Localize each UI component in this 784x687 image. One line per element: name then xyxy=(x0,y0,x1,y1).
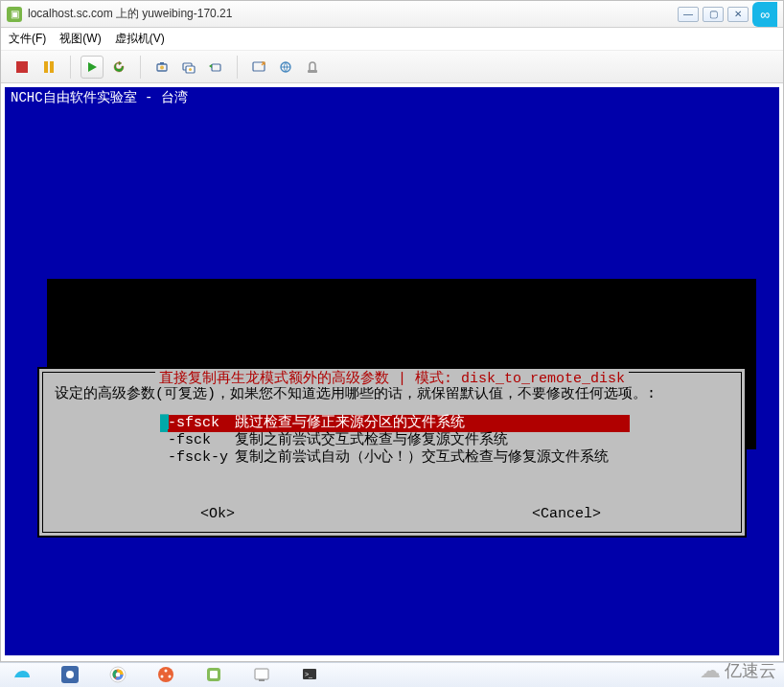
cursor-icon: █ xyxy=(160,415,168,432)
vmware-console-window: ▣ localhost.sc.com 上的 yuweibing-170.21 —… xyxy=(0,0,784,662)
revert-snapshot-button[interactable] xyxy=(204,56,227,79)
taskbar-app-7[interactable]: >_ xyxy=(293,665,326,686)
devices-button[interactable] xyxy=(301,56,324,79)
unity-button[interactable] xyxy=(274,56,297,79)
svg-rect-1 xyxy=(50,61,54,73)
toolbar-separator xyxy=(70,56,71,79)
svg-point-23 xyxy=(169,675,172,677)
svg-rect-9 xyxy=(212,64,220,71)
menu-vm[interactable]: 虚拟机(V) xyxy=(115,31,165,47)
play-button[interactable] xyxy=(81,56,104,79)
taskbar-app-5[interactable] xyxy=(197,665,230,686)
tui-dialog: 直接复制再生龙模式额外的高级参数 | 模式: disk_to_remote_di… xyxy=(37,367,747,538)
option-list: █-sfsck跳过检查与修正来源分区的文件系统 -fsck复制之前尝试交互式检查… xyxy=(160,415,729,467)
close-button[interactable]: ✕ xyxy=(727,7,749,22)
option-row[interactable]: █-sfsck跳过检查与修正来源分区的文件系统 xyxy=(160,415,630,432)
svg-point-14 xyxy=(66,671,74,678)
dialog-buttons: <Ok> <Cancel> xyxy=(43,506,741,522)
restart-button[interactable] xyxy=(107,56,130,79)
taskbar-app-6[interactable] xyxy=(245,665,278,686)
dialog-title: 直接复制再生龙模式额外的高级参数 | 模式: disk_to_remote_di… xyxy=(155,369,629,387)
svg-point-22 xyxy=(161,675,164,677)
menu-view[interactable]: 视图(W) xyxy=(59,31,101,47)
dialog-prompt: 设定的高级参数(可复选)，如果您不知道选用哪些的话，就保留默认值，不要修改任何选… xyxy=(55,386,729,403)
svg-rect-25 xyxy=(210,671,218,678)
window-controls: — ▢ ✕ xyxy=(678,7,749,22)
cloud-badge-icon: ∞ xyxy=(752,2,777,27)
minimize-button[interactable]: — xyxy=(678,7,699,22)
taskbar-app-1[interactable] xyxy=(6,665,38,686)
svg-rect-26 xyxy=(255,669,268,679)
option-flag: -sfsck xyxy=(168,415,235,432)
dialog-frame: 直接复制再生龙模式额外的高级参数 | 模式: disk_to_remote_di… xyxy=(42,372,742,533)
host-taskbar: >_ xyxy=(0,662,784,687)
svg-rect-0 xyxy=(44,61,48,73)
app-icon: ▣ xyxy=(7,7,22,22)
maximize-button[interactable]: ▢ xyxy=(703,7,724,22)
cursor-spacer xyxy=(160,449,168,467)
svg-point-20 xyxy=(158,667,173,682)
svg-point-4 xyxy=(160,65,164,69)
cursor-spacer xyxy=(160,432,168,449)
menu-file[interactable]: 文件(F) xyxy=(9,31,46,47)
ok-button[interactable]: <Ok> xyxy=(43,506,392,522)
toolbar xyxy=(1,51,783,83)
option-desc: 复制之前尝试自动（小心！）交互式检查与修复源文件系统 xyxy=(235,449,609,467)
svg-point-21 xyxy=(165,669,168,672)
toolbar-separator xyxy=(237,56,238,79)
fullscreen-button[interactable] xyxy=(247,56,270,79)
pause-button[interactable] xyxy=(37,56,60,79)
taskbar-app-4[interactable] xyxy=(150,665,182,686)
svg-marker-2 xyxy=(88,62,97,72)
svg-text:>_: >_ xyxy=(305,671,312,678)
svg-point-8 xyxy=(189,67,192,70)
svg-rect-12 xyxy=(308,70,317,73)
cancel-button[interactable]: <Cancel> xyxy=(392,506,741,522)
option-desc: 复制之前尝试交互式检查与修复源文件系统 xyxy=(235,432,508,449)
svg-point-15 xyxy=(110,667,126,682)
option-row[interactable]: -fsck-y复制之前尝试自动（小心！）交互式检查与修复源文件系统 xyxy=(160,449,729,467)
option-row[interactable]: -fsck复制之前尝试交互式检查与修复源文件系统 xyxy=(160,432,729,449)
vm-display-area: NCHC自由软件实验室 - 台湾 直接复制再生龙模式额外的高级参数 | 模式: … xyxy=(1,83,783,661)
snapshot-manager-button[interactable] xyxy=(177,56,200,79)
window-title: localhost.sc.com 上的 yuweibing-170.21 xyxy=(28,6,678,22)
svg-rect-27 xyxy=(259,679,265,681)
svg-rect-5 xyxy=(160,62,164,64)
option-desc: 跳过检查与修正来源分区的文件系统 xyxy=(235,415,465,432)
taskbar-app-3[interactable] xyxy=(102,665,134,686)
snapshot-button[interactable] xyxy=(150,56,173,79)
guest-console[interactable]: NCHC自由软件实验室 - 台湾 直接复制再生龙模式额外的高级参数 | 模式: … xyxy=(5,87,779,655)
menu-bar: 文件(F) 视图(W) 虚拟机(V) xyxy=(1,28,783,51)
toolbar-separator xyxy=(140,56,141,79)
console-header-text: NCHC自由软件实验室 - 台湾 xyxy=(11,89,188,106)
title-bar: ▣ localhost.sc.com 上的 yuweibing-170.21 —… xyxy=(1,1,783,28)
option-flag: -fsck-y xyxy=(168,449,235,467)
option-flag: -fsck xyxy=(168,432,235,449)
taskbar-app-2[interactable] xyxy=(54,665,86,686)
stop-button[interactable] xyxy=(11,56,34,79)
